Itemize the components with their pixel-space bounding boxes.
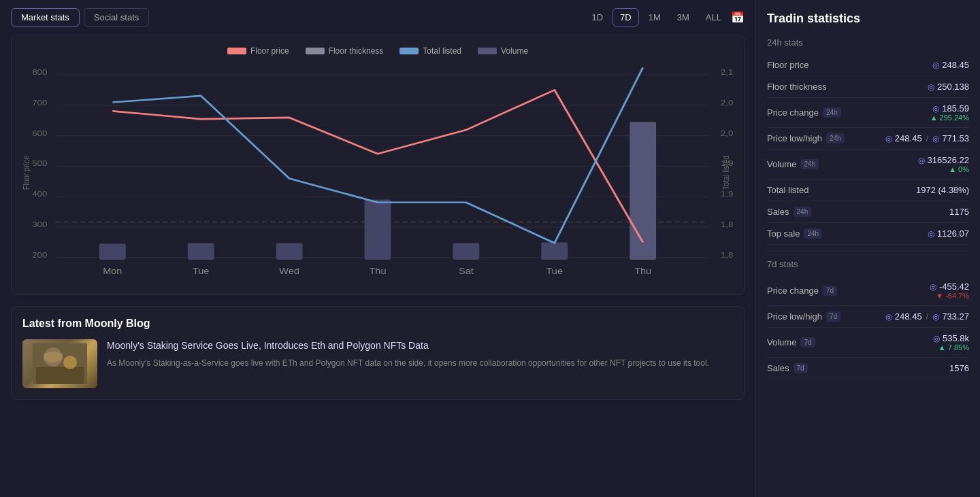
legend-label-volume: Volume — [501, 46, 528, 56]
stat-row-price-change-24h: Price change 24h ◎185.59 ▲ 295.24% — [767, 98, 969, 128]
stat-value-volume-24h: ◎316526.22 ▲ 0% — [918, 155, 969, 173]
controls-row: Market stats Social stats 1D 7D 1M 3M AL… — [11, 8, 745, 27]
svg-text:2,100: 2,100 — [721, 68, 733, 77]
stat-row-volume-24h: Volume 24h ◎316526.22 ▲ 0% — [767, 150, 969, 179]
stat-row-top-sale-24h: Top sale 24h ◎1126.07 — [767, 223, 969, 245]
stat-value-sales-24h: 1175 — [949, 207, 969, 217]
tab-market-stats[interactable]: Market stats — [11, 8, 80, 27]
svg-text:Wed: Wed — [279, 267, 299, 276]
blog-section-title: Latest from Moonly Blog — [22, 318, 733, 330]
svg-text:300: 300 — [32, 220, 47, 229]
stat-label-floor-price: Floor price — [767, 60, 808, 70]
svg-text:400: 400 — [32, 190, 47, 199]
svg-text:600: 600 — [32, 128, 47, 137]
stat-value-price-lowhigh-7d: ◎248.45 / ◎733.27 — [885, 311, 969, 322]
time-btn-1d[interactable]: 1D — [585, 9, 610, 26]
svg-text:Sat: Sat — [459, 267, 474, 276]
stat-row-price-change-7d: Price change 7d ◎-455.42 ▼ -64.7% — [767, 276, 969, 306]
calendar-button[interactable]: 📅 — [731, 11, 745, 24]
svg-text:Total listed: Total listed — [721, 156, 730, 190]
sidebar: Tradin statistics 24h stats Floor price … — [755, 0, 980, 497]
svg-text:2,050: 2,050 — [721, 99, 733, 107]
chart-legend: Floor price Floor thickness Total listed… — [22, 46, 733, 56]
legend-floor-price: Floor price — [227, 46, 289, 56]
blog-item: Moonly's Staking Service Goes Live, Intr… — [22, 339, 733, 388]
chart-svg: 800 700 600 500 400 300 200 2,100 2,050 … — [22, 64, 733, 281]
svg-point-40 — [44, 352, 63, 362]
stat-label-price-lowhigh-24h: Price low/high 24h — [767, 133, 845, 143]
stat-row-floor-price: Floor price ◎248.45 — [767, 54, 969, 76]
stat-value-price-lowhigh-24h: ◎248.45 / ◎771.53 — [885, 133, 969, 143]
legend-swatch-floor-price — [227, 48, 246, 54]
blog-item-content: Moonly's Staking Service Goes Live, Intr… — [107, 339, 709, 369]
legend-swatch-total-listed — [399, 48, 419, 54]
legend-label-floor-price: Floor price — [250, 46, 289, 56]
stat-label-sales-24h: Sales 24h — [767, 207, 811, 217]
legend-volume: Volume — [478, 46, 528, 56]
svg-point-42 — [63, 356, 77, 369]
stats-24h-label: 24h stats — [767, 37, 969, 48]
stat-label-price-lowhigh-7d: Price low/high 7d — [767, 311, 840, 322]
stat-label-price-change-24h: Price change 24h — [767, 107, 841, 118]
svg-rect-25 — [188, 243, 214, 260]
stat-value-volume-7d: ◎535.8k ▲ 7.85% — [933, 333, 969, 352]
svg-rect-41 — [36, 367, 84, 384]
blog-section: Latest from Moonly Blog Moonly's Staking… — [11, 306, 745, 400]
legend-swatch-floor-thickness — [306, 48, 325, 54]
legend-swatch-volume — [478, 48, 497, 54]
legend-label-floor-thickness: Floor thickness — [329, 46, 384, 56]
svg-text:200: 200 — [32, 251, 47, 260]
time-group: 1D 7D 1M 3M ALL 📅 — [585, 8, 745, 27]
svg-text:Mon: Mon — [103, 267, 122, 276]
svg-rect-26 — [276, 243, 303, 260]
svg-text:Floor price: Floor price — [22, 156, 31, 190]
svg-text:2,000: 2,000 — [721, 128, 733, 137]
blog-item-description: As Moonly's Staking-as-a-Service goes li… — [107, 357, 709, 369]
stat-row-sales-24h: Sales 24h 1175 — [767, 201, 969, 223]
stat-value-floor-thickness: ◎250.138 — [928, 82, 969, 92]
tab-social-stats[interactable]: Social stats — [84, 8, 149, 27]
stat-label-top-sale-24h: Top sale 24h — [767, 228, 822, 239]
stat-label-volume-7d: Volume 7d — [767, 337, 815, 347]
svg-text:500: 500 — [32, 159, 47, 168]
stat-label-sales-7d: Sales 7d — [767, 363, 808, 373]
time-btn-all[interactable]: ALL — [699, 9, 728, 26]
stat-value-top-sale-24h: ◎1126.07 — [928, 228, 969, 239]
time-btn-1m[interactable]: 1M — [642, 9, 668, 26]
svg-text:Thu: Thu — [634, 267, 651, 276]
svg-rect-24 — [99, 244, 126, 260]
blog-thumbnail — [22, 339, 97, 388]
stat-label-floor-thickness: Floor thickness — [767, 82, 826, 92]
svg-text:700: 700 — [32, 99, 47, 107]
svg-rect-30 — [630, 122, 656, 260]
svg-text:800: 800 — [32, 68, 47, 77]
svg-text:1,850: 1,850 — [721, 220, 733, 229]
svg-text:Thu: Thu — [369, 267, 386, 276]
blog-item-headline: Moonly's Staking Service Goes Live, Intr… — [107, 339, 709, 353]
stat-row-floor-thickness: Floor thickness ◎250.138 — [767, 76, 969, 98]
stat-row-total-listed: Total listed 1972 (4.38%) — [767, 179, 969, 201]
stat-row-sales-7d: Sales 7d 1576 — [767, 358, 969, 379]
stat-row-volume-7d: Volume 7d ◎535.8k ▲ 7.85% — [767, 328, 969, 358]
svg-text:1,800: 1,800 — [721, 251, 733, 260]
stat-value-floor-price: ◎248.45 — [932, 60, 969, 70]
svg-rect-29 — [541, 242, 568, 260]
svg-rect-28 — [453, 243, 479, 260]
stat-row-price-lowhigh-7d: Price low/high 7d ◎248.45 / ◎733.27 — [767, 306, 969, 328]
stat-label-price-change-7d: Price change 7d — [767, 286, 837, 296]
chart-container: Floor price Floor thickness Total listed… — [11, 35, 745, 295]
svg-text:1,900: 1,900 — [721, 190, 733, 199]
stat-label-volume-24h: Volume 24h — [767, 159, 819, 169]
svg-text:Tue: Tue — [193, 267, 210, 276]
time-btn-7d[interactable]: 7D — [612, 8, 639, 27]
time-btn-3m[interactable]: 3M — [670, 9, 696, 26]
sidebar-title: Tradin statistics — [767, 11, 969, 27]
svg-text:Tue: Tue — [546, 267, 564, 276]
stat-value-total-listed: 1972 (4.38%) — [916, 185, 969, 195]
tab-group: Market stats Social stats — [11, 8, 149, 27]
legend-label-total-listed: Total listed — [423, 46, 461, 56]
legend-floor-thickness: Floor thickness — [306, 46, 384, 56]
stat-value-sales-7d: 1576 — [949, 363, 969, 373]
legend-total-listed: Total listed — [399, 46, 461, 56]
svg-rect-27 — [365, 199, 391, 260]
